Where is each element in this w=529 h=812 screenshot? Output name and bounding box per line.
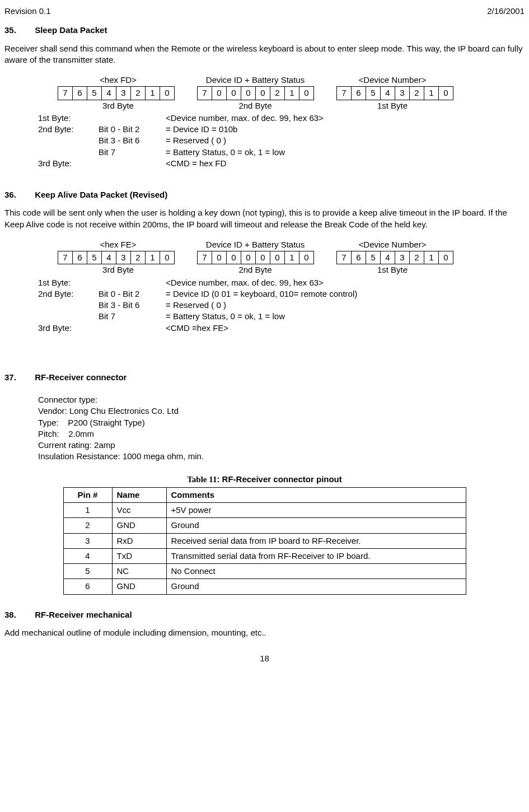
bit-cell: 0 — [212, 87, 227, 100]
bit-cell: 3 — [116, 251, 131, 264]
s37-line: Vendor: Long Chu Electronics Co. Ltd — [38, 405, 525, 417]
def-c1 — [38, 300, 99, 311]
s37-line: Insulation Resistance: 1000 mega ohm, mi… — [38, 451, 525, 462]
bit-cell: 5 — [87, 251, 102, 264]
def-c2: Bit 7 — [99, 311, 166, 322]
section-35-title: Sleep Data Packet — [35, 25, 107, 35]
td-name: RxD — [112, 533, 166, 548]
bit-cell: 0 — [227, 251, 241, 264]
bit-cell: 7 — [198, 251, 212, 264]
s36-byte-captions: 3rd Byte 2nd Byte 1st Byte — [65, 264, 525, 276]
s36-label-b2: Device ID + Battery Status — [202, 239, 308, 250]
bit-cell: 7 — [58, 87, 73, 100]
td-comments: Received serial data from IP board to RF… — [166, 533, 466, 548]
bit-cell: 7 — [337, 251, 352, 264]
def-c3: = Battery Status, 0 = ok, 1 = low — [166, 147, 525, 158]
def-c1 — [38, 311, 99, 322]
bit-cell: 0 — [160, 251, 175, 264]
section-37-heading: 37. RF-Receiver connector — [4, 372, 525, 383]
s35-cap-b1: 1st Byte — [339, 100, 446, 111]
th-pin: Pin # — [63, 487, 112, 502]
def-c2: Bit 7 — [99, 147, 166, 158]
bit-cell: 2 — [131, 251, 146, 264]
section-35-heading: 35. Sleep Data Packet — [4, 25, 525, 36]
def-c2: Bit 3 - Bit 6 — [99, 135, 166, 146]
s37-line: Connector type: — [38, 394, 525, 405]
td-pin: 6 — [63, 579, 112, 594]
bit-cell: 0 — [212, 251, 227, 264]
table-header-row: Pin # Name Comments — [63, 487, 466, 502]
s36-def-row: 1st Byte:<Device number, max. of dec. 99… — [38, 277, 525, 288]
bit-cell: 5 — [366, 251, 381, 264]
s35-bits-b1: 7 6 5 4 3 2 1 0 — [336, 86, 453, 100]
date-label: 2/16/2001 — [487, 6, 525, 17]
bit-cell: 3 — [395, 87, 410, 100]
s35-def-row: Bit 3 - Bit 6= Reserved ( 0 ) — [38, 135, 525, 146]
table-11: Pin # Name Comments 1Vcc+5V power 2GNDGr… — [63, 487, 466, 595]
s35-def-row: 3rd Byte:<CMD = hex FD — [38, 158, 525, 169]
table-row: 4TxDTransmitted serial data from RF-Rece… — [63, 548, 466, 563]
s35-cap-b3: 3rd Byte — [65, 100, 171, 111]
s35-def-row: Bit 7= Battery Status, 0 = ok, 1 = low — [38, 147, 525, 158]
bit-cell: 0 — [241, 251, 256, 264]
bit-cell: 2 — [410, 87, 424, 100]
table-row: 2GNDGround — [63, 518, 466, 533]
s36-byte-row: 7 6 5 4 3 2 1 0 7 0 0 0 0 0 1 0 7 6 5 4 … — [58, 251, 525, 264]
s35-byte-row: 7 6 5 4 3 2 1 0 7 0 0 0 0 2 1 0 7 6 5 4 … — [58, 86, 525, 100]
section-36-title: Keep Alive Data Packet (Revised) — [35, 190, 167, 199]
s35-label-b2: Device ID + Battery Status — [202, 74, 308, 86]
bit-cell: 4 — [102, 87, 116, 100]
bit-cell: 6 — [73, 87, 87, 100]
table-11-prefix: Table 11 — [187, 475, 217, 484]
section-35-paragraph: Receiver shall send this command when th… — [4, 43, 525, 66]
s35-byte-captions: 3rd Byte 2nd Byte 1st Byte — [65, 100, 525, 111]
bit-cell: 3 — [395, 251, 410, 264]
section-38-title: RF-Receiver mechanical — [35, 610, 132, 619]
bit-cell: 0 — [241, 87, 256, 100]
s35-label-b1: <Device Number> — [339, 74, 446, 86]
th-name: Name — [112, 487, 166, 502]
section-35-number: 35. — [4, 25, 32, 36]
s36-def-row: 2nd Byte:Bit 0 - Bit 2= Device ID (0 01 … — [38, 288, 525, 300]
def-c1 — [38, 147, 99, 158]
s35-cap-b2: 2nd Byte — [202, 100, 308, 111]
td-comments: No Connect — [166, 564, 466, 579]
table-row: 3RxDReceived serial data from IP board t… — [63, 533, 466, 548]
bit-cell: 0 — [439, 87, 453, 100]
bit-cell: 1 — [146, 251, 160, 264]
td-pin: 5 — [63, 564, 112, 579]
td-comments: Ground — [166, 518, 466, 533]
table-11-rest: : RF-Receiver connector pinout — [217, 474, 341, 484]
def-c2 — [99, 277, 166, 288]
bit-cell: 0 — [439, 251, 453, 264]
s35-label-b3: <hex FD> — [65, 74, 171, 86]
s36-cap-b1: 1st Byte — [339, 264, 446, 276]
s37-line: Pitch: 2.0mm — [38, 428, 525, 440]
bit-cell: 7 — [58, 251, 73, 264]
bit-cell: 6 — [73, 251, 87, 264]
bit-cell: 0 — [270, 251, 285, 264]
bit-cell: 0 — [299, 251, 314, 264]
page-header: Revision 0.1 2/16/2001 — [4, 6, 525, 17]
s35-def-row: 2nd Byte:Bit 0 - Bit 2= Device ID = 010b — [38, 124, 525, 135]
bit-cell: 1 — [285, 87, 299, 100]
bit-cell: 0 — [160, 87, 175, 100]
def-c3: = Device ID (0 01 = keyboard, 010= remot… — [166, 288, 525, 300]
bit-cell: 6 — [352, 251, 366, 264]
table-row: 1Vcc+5V power — [63, 503, 466, 518]
section-37-number: 37. — [4, 372, 32, 383]
def-c1: 2nd Byte: — [38, 288, 99, 300]
bit-cell: 1 — [285, 251, 299, 264]
s37-line: Current rating: 2amp — [38, 440, 525, 451]
def-c3: = Reserved ( 0 ) — [166, 300, 525, 311]
td-comments: Ground — [166, 579, 466, 594]
def-c3: <CMD = hex FD — [166, 158, 525, 169]
bit-cell: 1 — [424, 251, 439, 264]
s36-bits-b1: 7 6 5 4 3 2 1 0 — [336, 251, 453, 264]
td-comments: Transmitted serial data from RF-Receiver… — [166, 548, 466, 563]
bit-cell: 2 — [270, 87, 285, 100]
s36-def-row: Bit 3 - Bit 6= Reserved ( 0 ) — [38, 300, 525, 311]
td-name: Vcc — [112, 503, 166, 518]
bit-cell: 0 — [227, 87, 241, 100]
bit-cell: 7 — [198, 87, 212, 100]
